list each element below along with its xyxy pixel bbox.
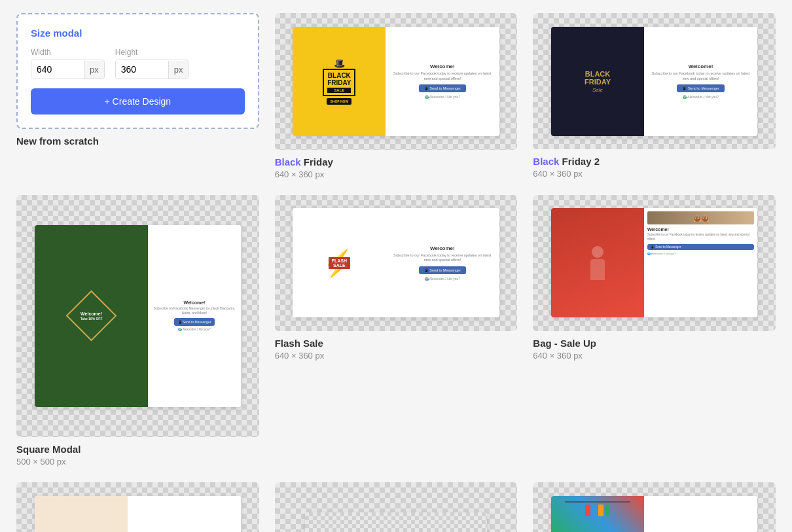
card-new-arrival[interactable]: Welcome! Subscribe to our Facebook today… (533, 482, 776, 532)
size-modal: Size modal Width px Height px (16, 13, 259, 129)
bf2-dark-left: BLACKFRIDAY Sale (551, 27, 644, 136)
width-unit: px (84, 61, 104, 79)
sq-pct: Welcome! (81, 311, 103, 317)
card-square-modal[interactable]: Welcome! Take 10% OFF Welcome! Subscribe… (16, 195, 259, 467)
flash-left: ⚡ FLASHSALE (293, 208, 386, 317)
preview-img-flash: ⚡ FLASHSALE Welcome! Subscribe to our Fa… (293, 208, 499, 317)
flash-card-info: Flash Sale 640 × 360 px (275, 338, 518, 361)
preview-img-unlock: Welcome! Subscribe to our Facebook today… (35, 496, 241, 532)
width-input-wrapper: px (31, 60, 105, 79)
preview-img-bf: 🎩 BLACKFRIDAY SALE SHOP NOW Welcome! Sub… (293, 27, 499, 136)
width-label: Width (31, 48, 105, 57)
height-unit: px (168, 61, 189, 79)
width-field-group: Width px (31, 48, 105, 79)
height-field-group: Height px (115, 48, 189, 79)
sq-left: Welcome! Take 10% OFF (35, 225, 148, 407)
width-input[interactable] (31, 60, 84, 79)
bag-desc: Subscribe to our Facebook today to recei… (647, 233, 754, 241)
flash-bolt-wrapper: ⚡ FLASHSALE (323, 250, 355, 276)
flash-welcome: Welcome! (430, 245, 455, 251)
preview-new-arrival: Welcome! Subscribe to our Facebook today… (533, 482, 776, 532)
bf2-card-info: Black Friday 2 640 × 360 px (533, 156, 776, 179)
flash-not-you: 🌍 Alexander.J Not you? (425, 277, 461, 281)
bag-left-img (551, 208, 644, 317)
bf-sale: SALE (327, 88, 351, 93)
sq-card-title: Square Modal (16, 444, 259, 455)
main-grid: Size modal Width px Height px (16, 13, 776, 532)
preview-bag-sale: 👜👜 Welcome! Subscribe to our Facebook to… (533, 195, 776, 331)
create-design-button[interactable]: + Create Design (31, 88, 245, 115)
bag-person (590, 246, 605, 280)
clothes-items (585, 505, 610, 516)
sq-send-btn: 📱 Send to Messenger (174, 318, 215, 326)
flash-send-btn: 📱 Send to Messenger (419, 266, 466, 274)
sq-diamond-text: Welcome! Take 10% OFF (81, 311, 103, 321)
bf-desc: Subscribe to our Facebook today to recei… (391, 71, 494, 81)
bag-icon: 👜👜 (693, 215, 709, 222)
bf2-desc: Subscribe to our Facebook today to recei… (649, 71, 752, 81)
height-input[interactable] (116, 60, 168, 79)
bf2-text: BLACKFRIDAY Sale (585, 70, 611, 93)
card-unlock-discount[interactable]: Welcome! Subscribe to our Facebook today… (16, 482, 259, 532)
bag-right: 👜👜 Welcome! Subscribe to our Facebook to… (644, 208, 757, 317)
bag-not-you: 🌍 Alexander.J Not you? (647, 252, 754, 255)
bag-card-size: 640 × 360 px (533, 351, 776, 361)
bf-not-you: 🌍 Alexander.J Not you? (425, 95, 461, 99)
sq-card-info: Square Modal 500 × 500 px (16, 444, 259, 467)
preview-img-bf2: BLACKFRIDAY Sale Welcome! Subscribe to o… (551, 27, 757, 136)
arrival-right-panel: Welcome! Subscribe to our Facebook today… (644, 496, 757, 532)
bf-card-title: Black Friday (275, 156, 518, 168)
flash-card-size: 640 × 360 px (275, 351, 518, 361)
card-bag-sale[interactable]: 👜👜 Welcome! Subscribe to our Facebook to… (533, 195, 776, 467)
bf2-right-panel: Welcome! Subscribe to our Facebook today… (644, 27, 757, 136)
preview-big-sale: BIGSALE Welcome! Subscribe to our Facebo… (275, 482, 518, 532)
flash-text: FLASHSALE (329, 257, 350, 269)
bf-card-info: Black Friday 640 × 360 px (275, 156, 518, 179)
bf-send-btn: 📱 Send to Messenger (419, 84, 466, 92)
preview-img-arrival: Welcome! Subscribe to our Facebook today… (551, 496, 757, 532)
modal-title: Size modal (31, 27, 245, 39)
preview-unlock: Welcome! Subscribe to our Facebook today… (16, 482, 259, 532)
height-input-wrapper: px (115, 60, 189, 79)
sq-welcome: Welcome! (183, 300, 205, 305)
sq-right-panel: Welcome! Subscribe on Facebook Messenger… (148, 225, 241, 407)
preview-img-sq: Welcome! Take 10% OFF Welcome! Subscribe… (35, 225, 241, 407)
preview-flash-sale: ⚡ FLASHSALE Welcome! Subscribe to our Fa… (275, 195, 518, 332)
balloon-left (35, 496, 128, 532)
sq-not-you: 🌍 Alexander.J Not you? (178, 328, 211, 331)
sq-desc: Subscribe on Facebook Messenger to unloc… (153, 306, 236, 315)
unlock-right-panel: Welcome! Subscribe to our Facebook today… (128, 496, 241, 532)
bag-body (590, 259, 605, 280)
card-big-sale[interactable]: BIGSALE Welcome! Subscribe to our Facebo… (275, 482, 518, 532)
sq-card-size: 500 × 500 px (16, 457, 259, 467)
cloth3 (598, 505, 603, 516)
bf-logo: 🎩 BLACKFRIDAY SALE SHOP NOW (323, 58, 355, 105)
bf2-sale: Sale (585, 87, 611, 93)
bag-welcome: Welcome! (647, 227, 754, 232)
preview-square-modal: Welcome! Take 10% OFF Welcome! Subscribe… (16, 195, 259, 438)
bf-text-box: BLACKFRIDAY SALE (323, 69, 355, 96)
card-black-friday-2[interactable]: BLACKFRIDAY Sale Welcome! Subscribe to o… (533, 13, 776, 179)
bf-yellow-left: 🎩 BLACKFRIDAY SALE SHOP NOW (293, 27, 386, 136)
card-flash-sale[interactable]: ⚡ FLASHSALE Welcome! Subscribe to our Fa… (275, 195, 518, 467)
sq-off-text: Take 10% OFF (81, 317, 103, 321)
arrival-left (551, 496, 644, 532)
cloth2 (592, 505, 597, 516)
cloth4 (605, 505, 610, 516)
clothes-rack (565, 501, 630, 516)
bf2-send-btn: 📱 Send to Messenger (677, 84, 724, 92)
bf-main: BLACKFRIDAY (327, 72, 351, 86)
bag-thumbnail: 👜👜 (647, 211, 754, 224)
flash-card-title: Flash Sale (275, 338, 518, 349)
bf-shop: SHOP NOW (327, 98, 351, 105)
bag-head (592, 246, 603, 258)
bag-send-btn: 📱 Send to Messenger (647, 244, 754, 250)
card-black-friday[interactable]: 🎩 BLACKFRIDAY SALE SHOP NOW Welcome! Sub… (275, 13, 518, 179)
flash-right-panel: Welcome! Subscribe to our Facebook today… (386, 208, 499, 317)
bf2-not-you: 🌍 Alexander.J Not you? (683, 95, 719, 99)
height-label: Height (115, 48, 189, 57)
new-from-scratch-label: New from scratch (16, 135, 259, 147)
preview-img-bag: 👜👜 Welcome! Subscribe to our Facebook to… (551, 208, 757, 317)
bigsale-top: BIGSALE (305, 512, 487, 532)
bf-card-size: 640 × 360 px (275, 169, 518, 179)
